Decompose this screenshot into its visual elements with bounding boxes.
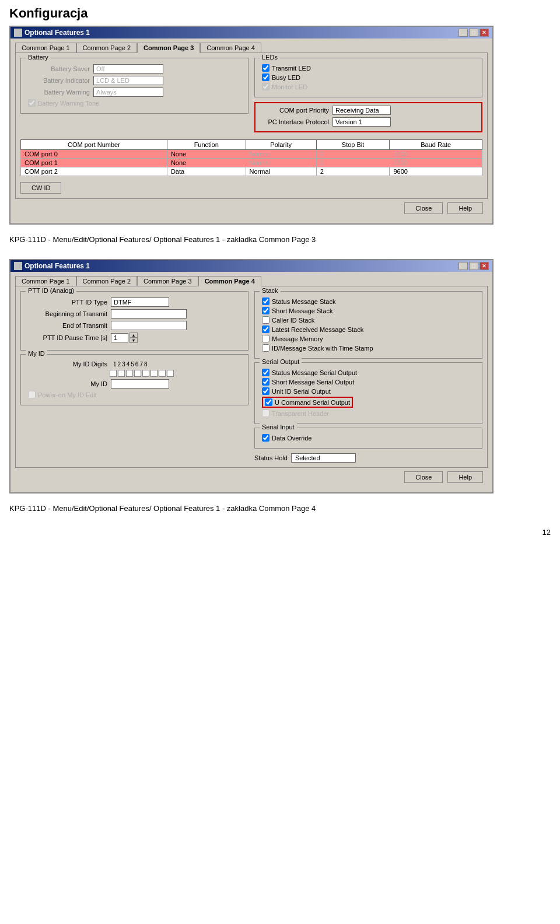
tab-common-page-2-d1[interactable]: Common Page 2 xyxy=(76,43,138,53)
short-message-stack-cb[interactable] xyxy=(262,307,270,314)
com-priority-value: Receiving Data xyxy=(332,106,391,115)
data-override-label: Data Override xyxy=(272,435,312,442)
status-message-stack-label: Status Message Stack xyxy=(272,298,335,305)
end-label: End of Transmit xyxy=(26,322,107,329)
power-on-checkbox[interactable] xyxy=(28,391,36,398)
dialog1: Optional Features 1 _ □ ✕ Common Page 1 … xyxy=(9,26,494,225)
pause-time-input[interactable] xyxy=(111,333,128,342)
beginning-label: Beginning of Transmit xyxy=(26,310,107,317)
status-serial-row: Status Message Serial Output xyxy=(260,369,477,376)
battery-warning-tone-checkbox[interactable] xyxy=(28,99,36,107)
id-message-stack-cb[interactable] xyxy=(262,344,270,352)
tab-common-page-2-d2[interactable]: Common Page 2 xyxy=(76,276,138,286)
battery-group: Battery Battery Saver Off Battery Indica… xyxy=(20,58,249,114)
digit-check-4[interactable] xyxy=(134,370,141,377)
u-command-serial-cb[interactable] xyxy=(265,398,272,406)
tab-common-page-3-d1[interactable]: Common Page 3 xyxy=(137,43,200,53)
table-row: COM port 0 None Normal 2 9600 xyxy=(21,150,482,159)
minimize-button[interactable]: _ xyxy=(459,29,468,37)
dialog1-footer: Close Help xyxy=(15,199,488,219)
message-memory-label: Message Memory xyxy=(272,335,323,342)
dialog1-titlebar: Optional Features 1 _ □ ✕ xyxy=(10,27,492,38)
minimize-button-d2[interactable]: _ xyxy=(459,262,468,270)
tab-common-page-1-d2[interactable]: Common Page 1 xyxy=(15,276,76,286)
close-button-d1-footer[interactable]: Close xyxy=(404,202,443,214)
latest-received-stack-cb[interactable] xyxy=(262,326,270,333)
com-table-header-stopbit: Stop Bit xyxy=(316,140,390,150)
digit-check-2[interactable] xyxy=(118,370,125,377)
tab-common-page-3-d2[interactable]: Common Page 3 xyxy=(137,276,198,286)
maximize-button[interactable]: □ xyxy=(469,29,478,37)
battery-saver-label: Battery Saver xyxy=(26,65,90,72)
status-message-stack-cb[interactable] xyxy=(262,298,270,305)
close-button-d1[interactable]: ✕ xyxy=(480,29,489,37)
my-id-input[interactable] xyxy=(111,379,169,388)
help-button-d1[interactable]: Help xyxy=(447,202,483,214)
battery-indicator-value: LCD & LED xyxy=(93,76,163,85)
message-memory-cb[interactable] xyxy=(262,335,270,342)
digit-check-6[interactable] xyxy=(150,370,158,377)
close-button-d2[interactable]: ✕ xyxy=(480,262,489,270)
serial-output-group: Serial Output Status Message Serial Outp… xyxy=(254,362,482,424)
unit-id-serial-label: Unit ID Serial Output xyxy=(272,388,331,395)
transmit-led-checkbox[interactable] xyxy=(262,64,270,72)
end-value xyxy=(111,321,187,330)
status-hold-value: Selected xyxy=(291,453,356,463)
ptt-group-title: PTT ID (Analog) xyxy=(26,287,76,294)
end-row: End of Transmit xyxy=(26,321,243,330)
digit-check-7[interactable] xyxy=(159,370,166,377)
power-on-row: Power-on My ID Edit xyxy=(26,391,243,398)
digit-check-3[interactable] xyxy=(126,370,133,377)
dialog2-icon xyxy=(14,262,22,270)
monitor-led-checkbox[interactable] xyxy=(262,83,270,90)
short-serial-cb[interactable] xyxy=(262,378,270,386)
stack-group: Stack Status Message Stack Short Message… xyxy=(254,291,482,359)
latest-received-stack-label: Latest Received Message Stack xyxy=(272,326,363,333)
ptt-type-label: PTT ID Type xyxy=(26,299,107,306)
transmit-led-row: Transmit LED xyxy=(260,64,477,72)
id-message-stack-row: ID/Message Stack with Time Stamp xyxy=(260,344,477,352)
busy-led-row: Busy LED xyxy=(260,74,477,81)
battery-indicator-row: Battery Indicator LCD & LED xyxy=(26,76,243,85)
status-serial-cb[interactable] xyxy=(262,369,270,376)
ptt-type-value: DTMF xyxy=(111,298,169,307)
short-serial-row: Short Message Serial Output xyxy=(260,378,477,386)
dialog1-content: Common Page 1 Common Page 2 Common Page … xyxy=(10,38,492,223)
digit-check-1[interactable] xyxy=(110,370,117,377)
beginning-row: Beginning of Transmit xyxy=(26,309,243,318)
digit-check-8[interactable] xyxy=(167,370,174,377)
com-priority-row: COM port Priority Receiving Data xyxy=(259,106,478,115)
com-table: COM port Number Function Polarity Stop B… xyxy=(20,139,482,176)
tab-common-page-4-d2[interactable]: Common Page 4 xyxy=(198,276,261,286)
help-button-d2[interactable]: Help xyxy=(447,471,483,483)
digits-row: My ID Digits 1 2 3 4 5 6 7 8 xyxy=(26,360,243,368)
caller-id-stack-cb[interactable] xyxy=(262,316,270,324)
short-serial-label: Short Message Serial Output xyxy=(272,379,354,386)
cw-id-button[interactable]: CW ID xyxy=(20,182,61,194)
ptt-group: PTT ID (Analog) PTT ID Type DTMF Beginni… xyxy=(20,291,249,351)
battery-saver-value: Off xyxy=(93,64,163,74)
maximize-button-d2[interactable]: □ xyxy=(469,262,478,270)
com-priority-highlight: COM port Priority Receiving Data PC Inte… xyxy=(254,102,482,132)
unit-id-serial-cb[interactable] xyxy=(262,387,270,395)
tab-content-d2: PTT ID (Analog) PTT ID Type DTMF Beginni… xyxy=(15,286,488,468)
transparent-header-cb[interactable] xyxy=(262,410,270,417)
battery-indicator-label: Battery Indicator xyxy=(26,77,90,84)
digit-check-5[interactable] xyxy=(142,370,149,377)
id-message-stack-label: ID/Message Stack with Time Stamp xyxy=(272,345,373,352)
dialog2-title: Optional Features 1 xyxy=(24,262,90,270)
status-hold-label: Status Hold xyxy=(254,454,288,461)
spin-down[interactable]: ▼ xyxy=(130,338,138,343)
data-override-cb[interactable] xyxy=(262,434,270,442)
busy-led-checkbox[interactable] xyxy=(262,74,270,81)
close-button-d2-footer[interactable]: Close xyxy=(404,471,443,483)
my-id-digits-label: My ID Digits xyxy=(26,360,107,368)
tab-common-page-1-d1[interactable]: Common Page 1 xyxy=(15,43,76,53)
beginning-value xyxy=(111,309,187,318)
stack-title: Stack xyxy=(260,287,281,294)
unit-id-serial-row: Unit ID Serial Output xyxy=(260,387,477,395)
battery-group-title: Battery xyxy=(26,54,51,61)
spin-up[interactable]: ▲ xyxy=(130,332,138,338)
tab-common-page-4-d1[interactable]: Common Page 4 xyxy=(200,43,261,53)
battery-warning-row: Battery Warning Always xyxy=(26,88,243,97)
